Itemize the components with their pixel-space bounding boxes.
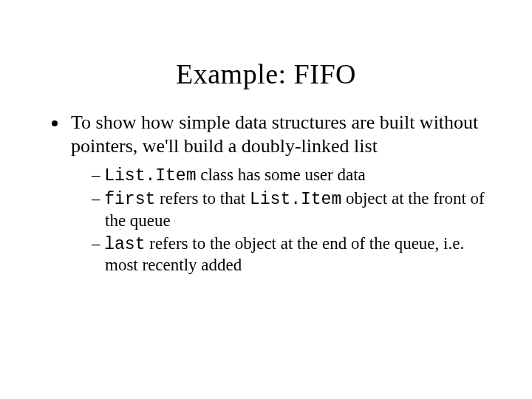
- code-span: last: [104, 235, 145, 254]
- code-span: first: [104, 190, 155, 209]
- text-span: refers to the object at the end of the q…: [105, 234, 464, 275]
- code-span: List.Item: [250, 190, 341, 209]
- sub-item: last refers to the object at the end of …: [92, 233, 488, 277]
- bullet-list: To show how simple data structures are b…: [44, 111, 488, 276]
- bullet-item: To show how simple data structures are b…: [68, 111, 488, 276]
- sub-list: List.Item class has some user data first…: [71, 165, 488, 276]
- bullet-text: To show how simple data structures are b…: [71, 112, 478, 157]
- text-span: refers to that: [155, 189, 250, 208]
- slide: Example: FIFO To show how simple data st…: [0, 0, 532, 399]
- sub-item: List.Item class has some user data: [92, 165, 488, 187]
- slide-title: Example: FIFO: [0, 0, 532, 111]
- slide-body: To show how simple data structures are b…: [0, 111, 532, 276]
- sub-item: first refers to that List.Item object at…: [92, 188, 488, 232]
- code-span: List.Item: [104, 166, 196, 185]
- text-span: class has some user data: [196, 166, 365, 184]
